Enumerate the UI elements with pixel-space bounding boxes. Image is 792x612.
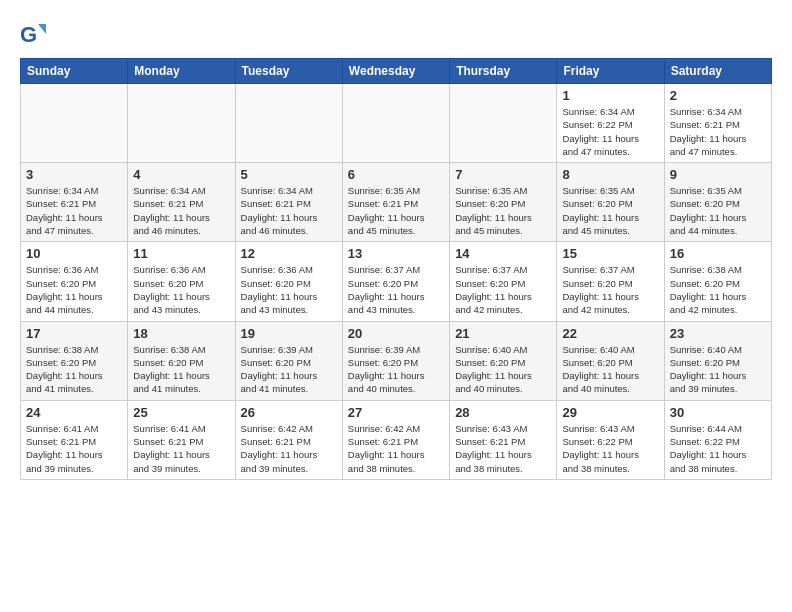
day-info: Sunrise: 6:35 AMSunset: 6:20 PMDaylight:…	[562, 184, 658, 237]
calendar-cell	[128, 84, 235, 163]
day-number: 23	[670, 326, 766, 341]
day-number: 1	[562, 88, 658, 103]
day-info: Sunrise: 6:40 AMSunset: 6:20 PMDaylight:…	[455, 343, 551, 396]
calendar-cell	[235, 84, 342, 163]
day-number: 22	[562, 326, 658, 341]
header-day-wednesday: Wednesday	[342, 59, 449, 84]
calendar-cell: 18Sunrise: 6:38 AMSunset: 6:20 PMDayligh…	[128, 321, 235, 400]
calendar-cell: 21Sunrise: 6:40 AMSunset: 6:20 PMDayligh…	[450, 321, 557, 400]
day-info: Sunrise: 6:39 AMSunset: 6:20 PMDaylight:…	[348, 343, 444, 396]
calendar-cell: 9Sunrise: 6:35 AMSunset: 6:20 PMDaylight…	[664, 163, 771, 242]
day-number: 12	[241, 246, 337, 261]
day-info: Sunrise: 6:38 AMSunset: 6:20 PMDaylight:…	[670, 263, 766, 316]
calendar-cell: 22Sunrise: 6:40 AMSunset: 6:20 PMDayligh…	[557, 321, 664, 400]
day-info: Sunrise: 6:36 AMSunset: 6:20 PMDaylight:…	[133, 263, 229, 316]
day-info: Sunrise: 6:43 AMSunset: 6:21 PMDaylight:…	[455, 422, 551, 475]
calendar-cell: 28Sunrise: 6:43 AMSunset: 6:21 PMDayligh…	[450, 400, 557, 479]
week-row-2: 10Sunrise: 6:36 AMSunset: 6:20 PMDayligh…	[21, 242, 772, 321]
calendar-cell: 8Sunrise: 6:35 AMSunset: 6:20 PMDaylight…	[557, 163, 664, 242]
calendar-cell: 23Sunrise: 6:40 AMSunset: 6:20 PMDayligh…	[664, 321, 771, 400]
calendar-cell	[450, 84, 557, 163]
day-info: Sunrise: 6:44 AMSunset: 6:22 PMDaylight:…	[670, 422, 766, 475]
header-day-sunday: Sunday	[21, 59, 128, 84]
day-info: Sunrise: 6:36 AMSunset: 6:20 PMDaylight:…	[26, 263, 122, 316]
calendar-cell: 3Sunrise: 6:34 AMSunset: 6:21 PMDaylight…	[21, 163, 128, 242]
day-info: Sunrise: 6:38 AMSunset: 6:20 PMDaylight:…	[133, 343, 229, 396]
day-number: 5	[241, 167, 337, 182]
calendar-cell: 2Sunrise: 6:34 AMSunset: 6:21 PMDaylight…	[664, 84, 771, 163]
calendar-cell: 15Sunrise: 6:37 AMSunset: 6:20 PMDayligh…	[557, 242, 664, 321]
day-info: Sunrise: 6:40 AMSunset: 6:20 PMDaylight:…	[670, 343, 766, 396]
calendar-cell: 27Sunrise: 6:42 AMSunset: 6:21 PMDayligh…	[342, 400, 449, 479]
calendar-cell	[342, 84, 449, 163]
day-info: Sunrise: 6:35 AMSunset: 6:20 PMDaylight:…	[455, 184, 551, 237]
calendar-cell: 11Sunrise: 6:36 AMSunset: 6:20 PMDayligh…	[128, 242, 235, 321]
day-info: Sunrise: 6:35 AMSunset: 6:20 PMDaylight:…	[670, 184, 766, 237]
calendar-cell: 19Sunrise: 6:39 AMSunset: 6:20 PMDayligh…	[235, 321, 342, 400]
day-info: Sunrise: 6:34 AMSunset: 6:21 PMDaylight:…	[670, 105, 766, 158]
day-info: Sunrise: 6:38 AMSunset: 6:20 PMDaylight:…	[26, 343, 122, 396]
day-number: 2	[670, 88, 766, 103]
day-number: 25	[133, 405, 229, 420]
week-row-4: 24Sunrise: 6:41 AMSunset: 6:21 PMDayligh…	[21, 400, 772, 479]
header: G	[20, 20, 772, 48]
day-number: 9	[670, 167, 766, 182]
day-number: 29	[562, 405, 658, 420]
calendar-cell: 30Sunrise: 6:44 AMSunset: 6:22 PMDayligh…	[664, 400, 771, 479]
day-number: 17	[26, 326, 122, 341]
day-info: Sunrise: 6:34 AMSunset: 6:21 PMDaylight:…	[26, 184, 122, 237]
day-info: Sunrise: 6:35 AMSunset: 6:21 PMDaylight:…	[348, 184, 444, 237]
calendar-cell: 5Sunrise: 6:34 AMSunset: 6:21 PMDaylight…	[235, 163, 342, 242]
calendar-cell: 20Sunrise: 6:39 AMSunset: 6:20 PMDayligh…	[342, 321, 449, 400]
day-number: 24	[26, 405, 122, 420]
day-info: Sunrise: 6:34 AMSunset: 6:22 PMDaylight:…	[562, 105, 658, 158]
day-info: Sunrise: 6:36 AMSunset: 6:20 PMDaylight:…	[241, 263, 337, 316]
day-number: 18	[133, 326, 229, 341]
day-number: 8	[562, 167, 658, 182]
day-info: Sunrise: 6:42 AMSunset: 6:21 PMDaylight:…	[241, 422, 337, 475]
week-row-3: 17Sunrise: 6:38 AMSunset: 6:20 PMDayligh…	[21, 321, 772, 400]
calendar-cell: 26Sunrise: 6:42 AMSunset: 6:21 PMDayligh…	[235, 400, 342, 479]
day-info: Sunrise: 6:42 AMSunset: 6:21 PMDaylight:…	[348, 422, 444, 475]
day-number: 3	[26, 167, 122, 182]
calendar-body: 1Sunrise: 6:34 AMSunset: 6:22 PMDaylight…	[21, 84, 772, 480]
calendar-cell: 17Sunrise: 6:38 AMSunset: 6:20 PMDayligh…	[21, 321, 128, 400]
header-day-thursday: Thursday	[450, 59, 557, 84]
header-day-friday: Friday	[557, 59, 664, 84]
calendar-cell: 7Sunrise: 6:35 AMSunset: 6:20 PMDaylight…	[450, 163, 557, 242]
svg-text:G: G	[20, 22, 37, 47]
day-number: 14	[455, 246, 551, 261]
day-number: 16	[670, 246, 766, 261]
calendar-cell: 10Sunrise: 6:36 AMSunset: 6:20 PMDayligh…	[21, 242, 128, 321]
day-number: 11	[133, 246, 229, 261]
day-info: Sunrise: 6:39 AMSunset: 6:20 PMDaylight:…	[241, 343, 337, 396]
calendar-cell: 25Sunrise: 6:41 AMSunset: 6:21 PMDayligh…	[128, 400, 235, 479]
calendar-cell: 13Sunrise: 6:37 AMSunset: 6:20 PMDayligh…	[342, 242, 449, 321]
week-row-1: 3Sunrise: 6:34 AMSunset: 6:21 PMDaylight…	[21, 163, 772, 242]
week-row-0: 1Sunrise: 6:34 AMSunset: 6:22 PMDaylight…	[21, 84, 772, 163]
day-info: Sunrise: 6:41 AMSunset: 6:21 PMDaylight:…	[133, 422, 229, 475]
day-info: Sunrise: 6:41 AMSunset: 6:21 PMDaylight:…	[26, 422, 122, 475]
day-number: 10	[26, 246, 122, 261]
header-row: SundayMondayTuesdayWednesdayThursdayFrid…	[21, 59, 772, 84]
day-number: 20	[348, 326, 444, 341]
calendar-cell: 6Sunrise: 6:35 AMSunset: 6:21 PMDaylight…	[342, 163, 449, 242]
calendar-cell: 4Sunrise: 6:34 AMSunset: 6:21 PMDaylight…	[128, 163, 235, 242]
page: G SundayMondayTuesdayWednesdayThursdayFr…	[0, 0, 792, 490]
day-number: 30	[670, 405, 766, 420]
day-number: 19	[241, 326, 337, 341]
day-info: Sunrise: 6:34 AMSunset: 6:21 PMDaylight:…	[241, 184, 337, 237]
day-info: Sunrise: 6:37 AMSunset: 6:20 PMDaylight:…	[562, 263, 658, 316]
day-number: 28	[455, 405, 551, 420]
svg-marker-1	[38, 24, 46, 34]
calendar-cell: 24Sunrise: 6:41 AMSunset: 6:21 PMDayligh…	[21, 400, 128, 479]
calendar-table: SundayMondayTuesdayWednesdayThursdayFrid…	[20, 58, 772, 480]
day-info: Sunrise: 6:43 AMSunset: 6:22 PMDaylight:…	[562, 422, 658, 475]
calendar-cell: 16Sunrise: 6:38 AMSunset: 6:20 PMDayligh…	[664, 242, 771, 321]
day-number: 7	[455, 167, 551, 182]
day-number: 13	[348, 246, 444, 261]
calendar-cell	[21, 84, 128, 163]
calendar-cell: 29Sunrise: 6:43 AMSunset: 6:22 PMDayligh…	[557, 400, 664, 479]
logo: G	[20, 20, 52, 48]
day-info: Sunrise: 6:40 AMSunset: 6:20 PMDaylight:…	[562, 343, 658, 396]
